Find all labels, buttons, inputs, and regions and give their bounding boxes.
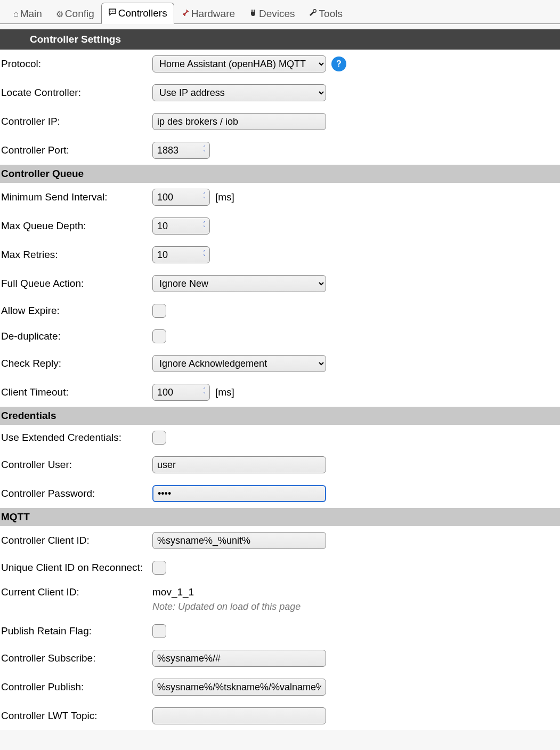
- client-timeout-input[interactable]: [152, 384, 210, 401]
- publish-input[interactable]: [152, 679, 326, 696]
- lwt-input[interactable]: [152, 707, 326, 724]
- tab-bar: ⌂ Main ⚙ Config Controllers Hardware Dev…: [0, 0, 560, 24]
- wrench-icon: [309, 9, 318, 19]
- label-client-timeout: Client Timeout:: [0, 386, 152, 398]
- label-max-retries: Max Retries:: [0, 249, 152, 261]
- full-queue-select[interactable]: Ignore New: [152, 275, 326, 292]
- unit-ms: [ms]: [215, 191, 234, 203]
- label-protocol: Protocol:: [0, 58, 152, 70]
- label-port: Controller Port:: [0, 144, 152, 156]
- label-subscribe: Controller Subscribe:: [0, 652, 152, 664]
- tab-label: Devices: [259, 8, 295, 20]
- svg-point-1: [112, 11, 113, 12]
- client-id-input[interactable]: [152, 532, 326, 549]
- section-mqtt: MQTT: [0, 508, 560, 526]
- current-id-note: Note: Updated on load of this page: [152, 598, 301, 612]
- dedup-checkbox[interactable]: [152, 329, 166, 343]
- subscribe-input[interactable]: [152, 650, 326, 667]
- label-unique-id: Unique Client ID on Reconnect:: [0, 562, 152, 574]
- label-publish: Controller Publish:: [0, 681, 152, 693]
- label-dedup: De-duplicate:: [0, 330, 152, 342]
- pin-icon: [181, 9, 190, 19]
- section-credentials: Credentials: [0, 407, 560, 425]
- use-ext-checkbox[interactable]: [152, 431, 166, 445]
- label-allow-expire: Allow Expire:: [0, 305, 152, 317]
- label-password: Controller Password:: [0, 488, 152, 499]
- label-user: Controller User:: [0, 459, 152, 471]
- label-locate: Locate Controller:: [0, 87, 152, 99]
- label-lwt: Controller LWT Topic:: [0, 710, 152, 722]
- locate-select[interactable]: Use IP address: [152, 84, 326, 101]
- tab-label: Controllers: [118, 7, 167, 19]
- gear-icon: ⚙: [56, 9, 63, 19]
- label-retain: Publish Retain Flag:: [0, 625, 152, 637]
- label-min-send: Minimum Send Interval:: [0, 191, 152, 203]
- label-full-queue: Full Queue Action:: [0, 278, 152, 289]
- current-client-id-value: mov_1_1: [152, 586, 194, 598]
- tab-label: Hardware: [191, 8, 235, 20]
- plug-icon: [249, 9, 257, 19]
- controller-user-input[interactable]: [152, 456, 326, 473]
- label-client-id: Controller Client ID:: [0, 535, 152, 546]
- controller-port-input[interactable]: [152, 142, 210, 159]
- tab-controllers[interactable]: Controllers: [101, 3, 174, 24]
- max-retries-input[interactable]: [152, 246, 210, 263]
- svg-point-0: [110, 11, 111, 12]
- tab-label: Main: [20, 8, 42, 20]
- tab-main[interactable]: ⌂ Main: [6, 3, 49, 24]
- home-icon: ⌂: [13, 9, 19, 19]
- controller-ip-input[interactable]: [152, 113, 326, 130]
- tab-label: Tools: [319, 8, 343, 20]
- page-title: Controller Settings: [0, 29, 560, 50]
- label-current-id: Current Client ID:: [0, 586, 152, 598]
- tab-tools[interactable]: Tools: [302, 3, 350, 24]
- retain-checkbox[interactable]: [152, 624, 166, 638]
- max-queue-input[interactable]: [152, 217, 210, 235]
- label-ip: Controller IP:: [0, 116, 152, 127]
- unique-id-checkbox[interactable]: [152, 561, 166, 575]
- section-queue: Controller Queue: [0, 165, 560, 183]
- help-button[interactable]: ?: [331, 57, 346, 71]
- check-reply-select[interactable]: Ignore Acknowledgement: [152, 355, 326, 372]
- tab-config[interactable]: ⚙ Config: [49, 3, 101, 24]
- label-check-reply: Check Reply:: [0, 358, 152, 369]
- label-use-ext: Use Extended Credentials:: [0, 432, 152, 443]
- tab-devices[interactable]: Devices: [242, 3, 302, 24]
- protocol-select[interactable]: Home Assistant (openHAB) MQTT: [152, 55, 326, 72]
- tab-hardware[interactable]: Hardware: [174, 3, 242, 24]
- chat-icon: [108, 8, 117, 19]
- tab-label: Config: [65, 8, 94, 20]
- allow-expire-checkbox[interactable]: [152, 304, 166, 318]
- unit-ms: [ms]: [215, 386, 234, 398]
- min-send-input[interactable]: [152, 189, 210, 206]
- label-max-queue: Max Queue Depth:: [0, 220, 152, 232]
- controller-password-input[interactable]: [152, 485, 326, 502]
- svg-point-2: [113, 11, 115, 12]
